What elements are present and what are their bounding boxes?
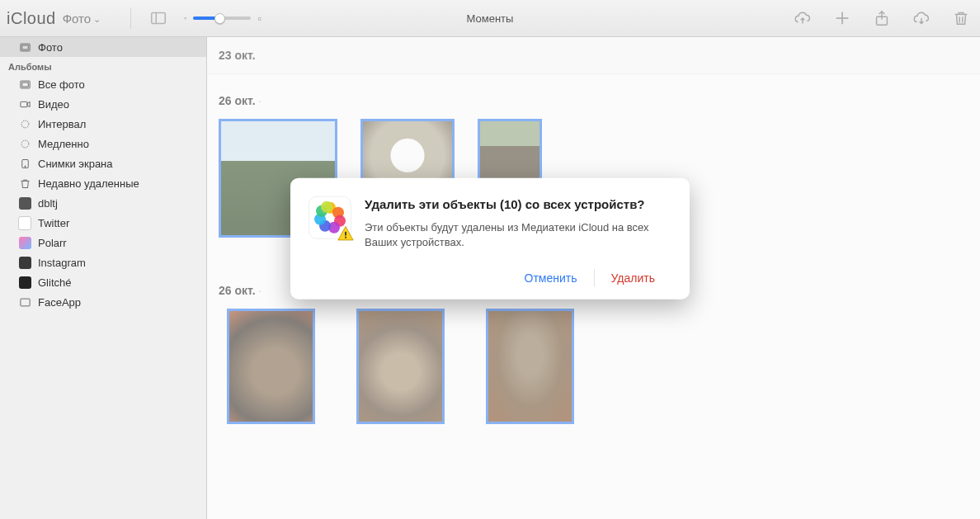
svg-rect-8 — [21, 45, 28, 50]
trash-icon — [18, 177, 31, 190]
sidebar-item-label: Снимки экрана — [38, 158, 113, 170]
sidebar-item-видео[interactable]: Видео — [0, 94, 206, 114]
svg-point-15 — [24, 166, 25, 167]
allphotos-icon — [18, 40, 31, 54]
photo-thumbnail[interactable] — [356, 309, 445, 424]
sidebar-item-недавно-удаленные[interactable]: Недавно удаленные — [0, 173, 206, 193]
sidebar-item-label: Фото — [38, 41, 63, 54]
photo-thumbnail[interactable] — [486, 309, 574, 424]
dialog-app-icon — [309, 196, 351, 239]
sidebar-item-dbltj[interactable]: dbltj — [0, 193, 206, 213]
screenshot-icon — [18, 157, 31, 170]
chevron-down-icon: ⌄ — [93, 14, 101, 25]
sidebar-header-albums: Альбомы — [0, 57, 206, 74]
sidebar-item-glitché[interactable]: Glitché — [0, 272, 206, 292]
sidebar-item-label: Glitché — [38, 276, 71, 289]
sidebar-item-label: FaceApp — [38, 296, 81, 309]
sidebar-item-label: Видео — [38, 98, 69, 111]
add-icon[interactable] — [833, 9, 851, 27]
sidebar-item-label: Все фото — [38, 78, 85, 91]
warning-icon — [337, 224, 355, 243]
sidebar-item-медленно[interactable]: Медленно — [0, 134, 206, 153]
sidebar: Фото Альбомы Все фотоВидеоИнтервалМедлен… — [0, 37, 207, 519]
trash-icon[interactable] — [952, 9, 970, 27]
photo-thumbnail[interactable] — [227, 309, 315, 424]
sidebar-item-label: Instagram — [38, 257, 86, 269]
polarr-icon — [18, 236, 31, 249]
share-icon[interactable] — [873, 9, 891, 27]
svg-rect-11 — [20, 101, 26, 106]
instagram-icon — [18, 256, 31, 269]
sidebar-toggle-icon[interactable] — [149, 9, 167, 27]
sidebar-item-label: Polarr — [38, 237, 67, 249]
svg-point-13 — [21, 140, 29, 148]
section-date-2: 26 окт. · — [207, 74, 980, 107]
svg-rect-10 — [21, 83, 28, 87]
dialog-body: Эти объекты будут удалены из Медиатеки i… — [365, 219, 671, 249]
svg-rect-17 — [345, 232, 346, 236]
section-date-1: 23 окт. — [207, 37, 980, 74]
photo-thumbnail[interactable] — [478, 119, 542, 186]
sidebar-item-label: Недавно удаленные — [38, 177, 139, 190]
toolbar: iCloud Фото ⌄ ▫ ▫ Моменты — [0, 0, 980, 37]
svg-rect-16 — [20, 299, 29, 306]
tileA-icon — [18, 196, 31, 210]
sidebar-item-polarr[interactable]: Polarr — [0, 233, 206, 252]
section-dropdown[interactable]: Фото ⌄ — [63, 12, 101, 26]
photo-image — [229, 311, 313, 422]
toolbar-left: iCloud Фото ⌄ ▫ ▫ — [0, 7, 261, 29]
photo-image — [488, 311, 572, 422]
sidebar-item-label: dbltj — [38, 197, 58, 210]
photo-image — [480, 121, 539, 184]
slider-knob[interactable] — [214, 13, 225, 24]
svg-rect-18 — [345, 237, 346, 238]
brand-title: iCloud — [7, 9, 56, 28]
sidebar-item-label: Медленно — [38, 138, 89, 150]
download-cloud-icon[interactable] — [912, 9, 931, 27]
sidebar-item-label: Интервал — [38, 118, 86, 130]
sidebar-item-все-фото[interactable]: Все фото — [0, 74, 206, 94]
slider-track[interactable] — [193, 17, 251, 20]
faceapp-icon — [18, 295, 31, 309]
sidebar-item-интервал[interactable]: Интервал — [0, 114, 206, 134]
divider — [130, 7, 131, 29]
burst-icon — [18, 117, 31, 130]
sidebar-item-faceapp[interactable]: FaceApp — [0, 292, 206, 312]
cancel-button[interactable]: Отменить — [508, 268, 594, 288]
twitter-icon — [18, 216, 31, 229]
glitche-icon — [18, 276, 31, 289]
thumb-row-2 — [207, 297, 980, 429]
sidebar-item-снимки-экрана[interactable]: Снимки экрана — [0, 153, 206, 173]
sidebar-item-twitter[interactable]: Twitter — [0, 213, 206, 233]
allphotos-icon — [18, 78, 31, 91]
dialog-text: Удалить эти объекты (10) со всех устройс… — [365, 196, 671, 250]
sidebar-item-photos[interactable]: Фото — [0, 37, 206, 57]
small-thumb-icon: ▫ — [184, 14, 186, 22]
window-title: Моменты — [467, 12, 514, 25]
thumbnail-size-slider[interactable]: ▫ ▫ — [184, 12, 261, 25]
delete-button[interactable]: Удалить — [595, 268, 671, 288]
toolbar-right — [794, 9, 970, 27]
photo-image — [359, 311, 442, 422]
svg-rect-0 — [152, 13, 166, 24]
video-icon — [18, 97, 31, 111]
slow-icon — [18, 137, 31, 150]
large-thumb-icon: ▫ — [257, 12, 261, 25]
svg-point-12 — [21, 120, 29, 128]
sidebar-item-instagram[interactable]: Instagram — [0, 252, 206, 272]
upload-cloud-icon[interactable] — [794, 9, 812, 27]
dialog-title: Удалить эти объекты (10) со всех устройс… — [365, 196, 671, 213]
sidebar-item-label: Twitter — [38, 217, 69, 229]
section-dropdown-label: Фото — [63, 12, 91, 26]
delete-confirmation-dialog: Удалить эти объекты (10) со всех устройс… — [290, 178, 690, 300]
